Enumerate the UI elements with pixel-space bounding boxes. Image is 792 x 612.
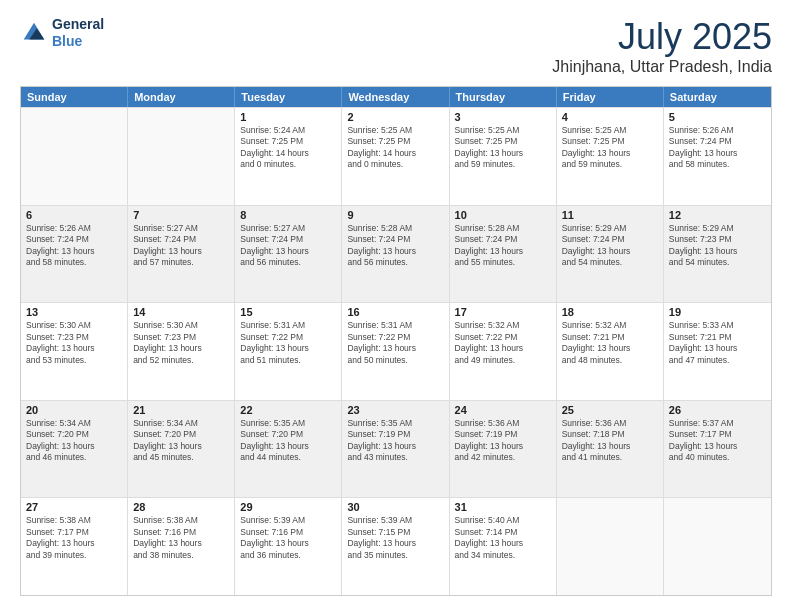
calendar-cell: 25Sunrise: 5:36 AM Sunset: 7:18 PM Dayli… xyxy=(557,401,664,498)
logo-blue: Blue xyxy=(52,33,104,50)
cell-info: Sunrise: 5:24 AM Sunset: 7:25 PM Dayligh… xyxy=(240,125,336,171)
cell-info: Sunrise: 5:32 AM Sunset: 7:22 PM Dayligh… xyxy=(455,320,551,366)
day-number: 29 xyxy=(240,501,336,513)
header-day-tuesday: Tuesday xyxy=(235,87,342,107)
cell-info: Sunrise: 5:31 AM Sunset: 7:22 PM Dayligh… xyxy=(240,320,336,366)
day-number: 18 xyxy=(562,306,658,318)
calendar-cell: 11Sunrise: 5:29 AM Sunset: 7:24 PM Dayli… xyxy=(557,206,664,303)
calendar-cell: 18Sunrise: 5:32 AM Sunset: 7:21 PM Dayli… xyxy=(557,303,664,400)
calendar-cell: 12Sunrise: 5:29 AM Sunset: 7:23 PM Dayli… xyxy=(664,206,771,303)
calendar-row-3: 20Sunrise: 5:34 AM Sunset: 7:20 PM Dayli… xyxy=(21,400,771,498)
cell-info: Sunrise: 5:39 AM Sunset: 7:16 PM Dayligh… xyxy=(240,515,336,561)
page-subtitle: Jhinjhana, Uttar Pradesh, India xyxy=(552,58,772,76)
cell-info: Sunrise: 5:25 AM Sunset: 7:25 PM Dayligh… xyxy=(347,125,443,171)
logo-icon xyxy=(20,19,48,47)
calendar-cell: 6Sunrise: 5:26 AM Sunset: 7:24 PM Daylig… xyxy=(21,206,128,303)
cell-info: Sunrise: 5:26 AM Sunset: 7:24 PM Dayligh… xyxy=(669,125,766,171)
calendar-body: 1Sunrise: 5:24 AM Sunset: 7:25 PM Daylig… xyxy=(21,107,771,595)
logo-general: General xyxy=(52,16,104,33)
calendar-cell: 9Sunrise: 5:28 AM Sunset: 7:24 PM Daylig… xyxy=(342,206,449,303)
logo: General Blue xyxy=(20,16,104,50)
calendar-cell: 27Sunrise: 5:38 AM Sunset: 7:17 PM Dayli… xyxy=(21,498,128,595)
cell-info: Sunrise: 5:25 AM Sunset: 7:25 PM Dayligh… xyxy=(562,125,658,171)
day-number: 21 xyxy=(133,404,229,416)
calendar-cell: 15Sunrise: 5:31 AM Sunset: 7:22 PM Dayli… xyxy=(235,303,342,400)
day-number: 8 xyxy=(240,209,336,221)
calendar-row-2: 13Sunrise: 5:30 AM Sunset: 7:23 PM Dayli… xyxy=(21,302,771,400)
day-number: 27 xyxy=(26,501,122,513)
calendar-cell: 20Sunrise: 5:34 AM Sunset: 7:20 PM Dayli… xyxy=(21,401,128,498)
calendar-cell: 5Sunrise: 5:26 AM Sunset: 7:24 PM Daylig… xyxy=(664,108,771,205)
calendar-cell: 28Sunrise: 5:38 AM Sunset: 7:16 PM Dayli… xyxy=(128,498,235,595)
header-day-thursday: Thursday xyxy=(450,87,557,107)
day-number: 3 xyxy=(455,111,551,123)
calendar-cell: 30Sunrise: 5:39 AM Sunset: 7:15 PM Dayli… xyxy=(342,498,449,595)
calendar-cell: 29Sunrise: 5:39 AM Sunset: 7:16 PM Dayli… xyxy=(235,498,342,595)
header-right: July 2025 Jhinjhana, Uttar Pradesh, Indi… xyxy=(552,16,772,76)
cell-info: Sunrise: 5:34 AM Sunset: 7:20 PM Dayligh… xyxy=(133,418,229,464)
calendar-cell xyxy=(664,498,771,595)
cell-info: Sunrise: 5:38 AM Sunset: 7:16 PM Dayligh… xyxy=(133,515,229,561)
calendar-cell: 13Sunrise: 5:30 AM Sunset: 7:23 PM Dayli… xyxy=(21,303,128,400)
day-number: 16 xyxy=(347,306,443,318)
calendar-cell: 14Sunrise: 5:30 AM Sunset: 7:23 PM Dayli… xyxy=(128,303,235,400)
cell-info: Sunrise: 5:34 AM Sunset: 7:20 PM Dayligh… xyxy=(26,418,122,464)
calendar-row-0: 1Sunrise: 5:24 AM Sunset: 7:25 PM Daylig… xyxy=(21,107,771,205)
calendar-cell xyxy=(21,108,128,205)
day-number: 10 xyxy=(455,209,551,221)
calendar-header: SundayMondayTuesdayWednesdayThursdayFrid… xyxy=(21,87,771,107)
day-number: 25 xyxy=(562,404,658,416)
cell-info: Sunrise: 5:25 AM Sunset: 7:25 PM Dayligh… xyxy=(455,125,551,171)
cell-info: Sunrise: 5:29 AM Sunset: 7:23 PM Dayligh… xyxy=(669,223,766,269)
cell-info: Sunrise: 5:40 AM Sunset: 7:14 PM Dayligh… xyxy=(455,515,551,561)
header-day-monday: Monday xyxy=(128,87,235,107)
day-number: 28 xyxy=(133,501,229,513)
cell-info: Sunrise: 5:26 AM Sunset: 7:24 PM Dayligh… xyxy=(26,223,122,269)
calendar-cell: 23Sunrise: 5:35 AM Sunset: 7:19 PM Dayli… xyxy=(342,401,449,498)
cell-info: Sunrise: 5:28 AM Sunset: 7:24 PM Dayligh… xyxy=(455,223,551,269)
cell-info: Sunrise: 5:37 AM Sunset: 7:17 PM Dayligh… xyxy=(669,418,766,464)
calendar-cell xyxy=(557,498,664,595)
cell-info: Sunrise: 5:33 AM Sunset: 7:21 PM Dayligh… xyxy=(669,320,766,366)
cell-info: Sunrise: 5:28 AM Sunset: 7:24 PM Dayligh… xyxy=(347,223,443,269)
header-day-saturday: Saturday xyxy=(664,87,771,107)
day-number: 4 xyxy=(562,111,658,123)
page: General Blue July 2025 Jhinjhana, Uttar … xyxy=(0,0,792,612)
calendar-cell: 1Sunrise: 5:24 AM Sunset: 7:25 PM Daylig… xyxy=(235,108,342,205)
day-number: 2 xyxy=(347,111,443,123)
calendar-cell: 24Sunrise: 5:36 AM Sunset: 7:19 PM Dayli… xyxy=(450,401,557,498)
day-number: 26 xyxy=(669,404,766,416)
day-number: 19 xyxy=(669,306,766,318)
calendar-cell: 19Sunrise: 5:33 AM Sunset: 7:21 PM Dayli… xyxy=(664,303,771,400)
day-number: 30 xyxy=(347,501,443,513)
day-number: 31 xyxy=(455,501,551,513)
calendar-cell: 16Sunrise: 5:31 AM Sunset: 7:22 PM Dayli… xyxy=(342,303,449,400)
cell-info: Sunrise: 5:32 AM Sunset: 7:21 PM Dayligh… xyxy=(562,320,658,366)
cell-info: Sunrise: 5:31 AM Sunset: 7:22 PM Dayligh… xyxy=(347,320,443,366)
cell-info: Sunrise: 5:35 AM Sunset: 7:20 PM Dayligh… xyxy=(240,418,336,464)
cell-info: Sunrise: 5:30 AM Sunset: 7:23 PM Dayligh… xyxy=(133,320,229,366)
day-number: 5 xyxy=(669,111,766,123)
day-number: 17 xyxy=(455,306,551,318)
day-number: 24 xyxy=(455,404,551,416)
day-number: 11 xyxy=(562,209,658,221)
calendar-row-4: 27Sunrise: 5:38 AM Sunset: 7:17 PM Dayli… xyxy=(21,497,771,595)
calendar-cell: 3Sunrise: 5:25 AM Sunset: 7:25 PM Daylig… xyxy=(450,108,557,205)
day-number: 14 xyxy=(133,306,229,318)
header: General Blue July 2025 Jhinjhana, Uttar … xyxy=(20,16,772,76)
calendar-cell: 21Sunrise: 5:34 AM Sunset: 7:20 PM Dayli… xyxy=(128,401,235,498)
cell-info: Sunrise: 5:27 AM Sunset: 7:24 PM Dayligh… xyxy=(240,223,336,269)
header-day-friday: Friday xyxy=(557,87,664,107)
header-day-sunday: Sunday xyxy=(21,87,128,107)
day-number: 15 xyxy=(240,306,336,318)
cell-info: Sunrise: 5:27 AM Sunset: 7:24 PM Dayligh… xyxy=(133,223,229,269)
day-number: 1 xyxy=(240,111,336,123)
day-number: 22 xyxy=(240,404,336,416)
cell-info: Sunrise: 5:35 AM Sunset: 7:19 PM Dayligh… xyxy=(347,418,443,464)
day-number: 7 xyxy=(133,209,229,221)
day-number: 9 xyxy=(347,209,443,221)
cell-info: Sunrise: 5:29 AM Sunset: 7:24 PM Dayligh… xyxy=(562,223,658,269)
cell-info: Sunrise: 5:36 AM Sunset: 7:18 PM Dayligh… xyxy=(562,418,658,464)
cell-info: Sunrise: 5:39 AM Sunset: 7:15 PM Dayligh… xyxy=(347,515,443,561)
calendar-cell: 31Sunrise: 5:40 AM Sunset: 7:14 PM Dayli… xyxy=(450,498,557,595)
